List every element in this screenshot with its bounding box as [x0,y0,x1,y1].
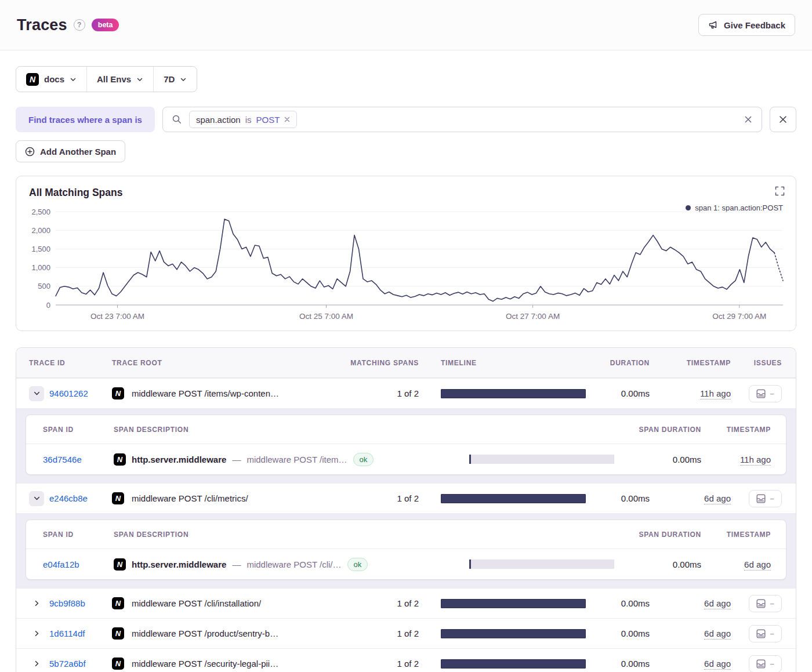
span-row: 36d7546e N http.server.middleware — midd… [26,444,786,474]
col-issues: ISSUES [731,359,782,367]
remove-span-filter-button[interactable] [770,107,796,132]
environment-filter[interactable]: All Envs [86,67,153,92]
duration-value: 0.00ms [586,493,650,503]
svg-text:2,500: 2,500 [31,208,50,216]
clear-search-icon[interactable] [744,115,753,124]
token-value: POST [256,115,280,125]
chevron-down-icon [70,76,77,83]
issues-icon [756,599,766,608]
trace-id-link[interactable]: e246cb8e [49,493,88,503]
beta-badge: beta [92,19,119,31]
col-span-duration: SPAN DURATION [614,426,701,434]
trace-timeline-bar[interactable] [441,659,586,669]
trace-root-text: middleware POST /cli/installation/ [132,598,261,608]
span-timeline-bar[interactable] [469,455,614,464]
svg-text:Oct 27 7:00 AM: Oct 27 7:00 AM [506,312,560,321]
span-id-link[interactable]: e04fa12b [43,560,79,569]
table-row: 1d6114df N middleware POST /product/sent… [16,618,796,648]
time-range-filter[interactable]: 7D [153,67,197,92]
span-timeline-bar[interactable] [469,560,614,569]
col-timeline: TIMELINE [441,359,586,367]
svg-text:1,500: 1,500 [31,245,50,253]
nextjs-project-icon: N [112,658,124,670]
span-status-badge: ok [353,453,374,466]
token-key: span.action [196,115,241,125]
trace-root-text: middleware POST /items/wp-conten… [132,388,279,398]
help-icon[interactable]: ? [74,19,85,31]
svg-text:Oct 25 7:00 AM: Oct 25 7:00 AM [299,312,353,321]
svg-text:Oct 23 7:00 AM: Oct 23 7:00 AM [90,312,144,321]
nextjs-project-icon: N [112,387,124,399]
trace-root-text: middleware POST /security-legal-pii… [132,659,278,669]
add-another-span-button[interactable]: Add Another Span [16,140,125,162]
table-row: e246cb8e N middleware POST /cli/metrics/… [16,483,796,513]
remove-token-icon[interactable] [284,117,290,122]
span-table-header: SPAN ID SPAN DESCRIPTION SPAN DURATION T… [26,415,786,444]
trace-id-link[interactable]: 94601262 [49,388,88,398]
traces-table: TRACE ID TRACE ROOT MATCHING SPANS TIMEL… [16,347,796,672]
find-traces-label: Find traces where a span is [16,107,155,132]
svg-text:Oct 29 7:00 AM: Oct 29 7:00 AM [712,312,766,321]
span-timestamp-value[interactable]: 11h ago [740,455,771,466]
trace-timeline-bar[interactable] [441,629,586,638]
trace-id-link[interactable]: 9cb9f88b [49,598,85,608]
chevron-down-icon [180,76,187,83]
project-filter[interactable]: N docs [16,67,86,92]
timestamp-value[interactable]: 11h ago [700,388,731,399]
col-span-id: SPAN ID [43,531,114,539]
issues-cell[interactable]: – [749,655,782,672]
timestamp-value[interactable]: 6d ago [704,493,731,504]
time-range-label: 7D [164,74,175,84]
page-title: Traces [17,16,67,34]
no-issues-dash: – [770,629,774,638]
trace-timeline-bar[interactable] [441,389,586,398]
issues-cell[interactable]: – [749,595,782,612]
expand-chevron[interactable] [29,656,44,671]
trace-root-text: middleware POST /cli/metrics/ [132,493,248,503]
issues-cell[interactable]: – [749,490,782,507]
span-id-link[interactable]: 36d7546e [43,455,82,464]
matching-spans-count: 1 of 2 [332,388,419,398]
trace-timeline-bar[interactable] [441,494,586,503]
trace-root-text: middleware POST /product/sentry-b… [132,629,278,638]
table-row: 9cb9f88b N middleware POST /cli/installa… [16,588,796,618]
collapse-chevron[interactable] [29,386,44,401]
span-search-input[interactable]: span.action is POST [162,107,762,132]
col-timestamp: TIMESTAMP [650,359,731,367]
span-description-text: middleware POST /item… [246,455,347,464]
matching-spans-count: 1 of 2 [332,629,419,638]
span-row: e04fa12b N http.server.middleware — midd… [26,549,786,579]
give-feedback-button[interactable]: Give Feedback [698,14,795,36]
col-span-description: SPAN DESCRIPTION [114,426,469,434]
expanded-span-section: SPAN ID SPAN DESCRIPTION SPAN DURATION T… [16,513,796,588]
timestamp-value[interactable]: 6d ago [704,598,731,609]
fullscreen-icon[interactable] [775,186,785,196]
issues-icon [756,629,766,638]
chevron-down-icon [136,76,143,83]
timestamp-value[interactable]: 6d ago [704,659,731,670]
svg-text:500: 500 [38,282,50,290]
chevron-down-icon [33,495,41,502]
all-matching-spans-chart-card: All Matching Spans span 1: span.action:P… [16,176,796,331]
nextjs-project-icon: N [112,627,124,640]
trace-timeline-bar[interactable] [441,599,586,608]
page-filter-bar: N docs All Envs 7D [16,66,197,92]
filter-token[interactable]: span.action is POST [189,111,297,128]
span-operation: http.server.middleware [132,560,226,569]
issues-cell[interactable]: – [749,625,782,642]
expand-chevron[interactable] [29,626,44,641]
expand-chevron[interactable] [29,596,44,611]
issues-cell[interactable]: – [749,385,782,402]
span-timestamp-value[interactable]: 6d ago [744,560,771,571]
nextjs-project-icon: N [26,73,39,86]
spans-line-chart[interactable]: 05001,0001,5002,0002,500Oct 23 7:00 AMOc… [29,205,786,324]
environment-filter-label: All Envs [97,74,131,84]
matching-spans-count: 1 of 2 [332,659,419,669]
timestamp-value[interactable]: 6d ago [704,629,731,640]
trace-id-link[interactable]: 1d6114df [49,629,85,638]
col-span-duration: SPAN DURATION [614,531,701,539]
col-trace-root: TRACE ROOT [112,359,332,367]
token-operator: is [245,115,252,125]
collapse-chevron[interactable] [29,491,44,506]
trace-id-link[interactable]: 5b72a6bf [49,659,86,669]
